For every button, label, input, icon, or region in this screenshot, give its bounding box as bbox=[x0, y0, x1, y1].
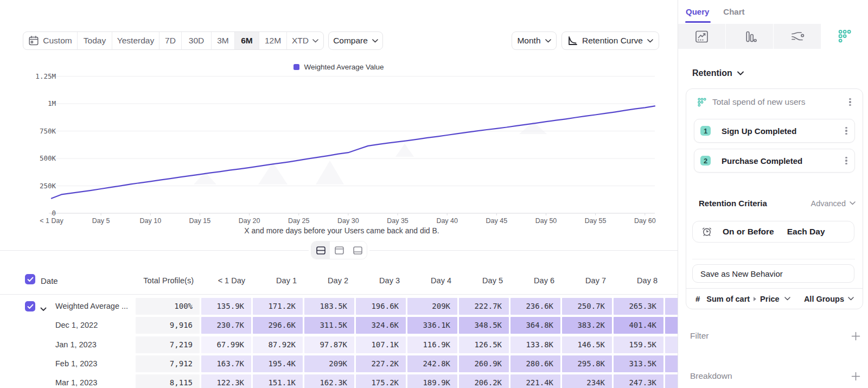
chevron-down-icon bbox=[848, 297, 854, 301]
row-date-label[interactable]: Weighted Average ... bbox=[55, 298, 128, 315]
table-row: Dec 1, 20229,916230.7K296.6K311.5K324.6K… bbox=[0, 316, 678, 335]
chevron-down-icon bbox=[737, 71, 744, 75]
retention-cell-value: 195.4K bbox=[252, 355, 296, 372]
retention-cell-value: 242.8K bbox=[406, 355, 450, 372]
timing-mode-value[interactable]: On or Before bbox=[723, 227, 774, 237]
retention-cell-value: 324.6K bbox=[355, 317, 399, 334]
column-header-day[interactable]: Day 6 bbox=[509, 276, 554, 285]
report-type-tab-bar-chart[interactable] bbox=[726, 24, 774, 49]
groups-dropdown[interactable]: All Groups bbox=[804, 295, 854, 303]
split-rows-layout-button[interactable] bbox=[311, 241, 330, 259]
x-tick-label: Day 25 bbox=[288, 217, 310, 225]
step-label: Sign Up Completed bbox=[722, 126, 843, 136]
row-date-label[interactable]: Mar 1, 2023 bbox=[55, 374, 97, 388]
add-filter-button[interactable] bbox=[851, 332, 860, 341]
step-row-sign-up[interactable]: 1 Sign Up Completed bbox=[694, 119, 855, 143]
column-header-day[interactable]: Day 2 bbox=[303, 276, 348, 285]
alarm-clock-icon bbox=[701, 226, 712, 237]
x-tick-label: Day 60 bbox=[634, 217, 656, 225]
retention-cell-value: 151.1K bbox=[252, 374, 296, 388]
row-date-label[interactable]: Jan 1, 2023 bbox=[55, 336, 97, 353]
tab-query[interactable]: Query bbox=[686, 0, 709, 23]
caret-right-icon bbox=[754, 297, 756, 301]
total-profiles-value: 7,219 bbox=[135, 336, 193, 353]
x-axis-caption: X and more days before your Users came b… bbox=[0, 226, 678, 235]
column-header-day[interactable]: Day 5 bbox=[458, 276, 503, 285]
add-breakdown-button[interactable] bbox=[851, 372, 860, 381]
column-header-day[interactable]: Day 3 bbox=[355, 276, 400, 285]
table-header: DateTotal Profile(s)< 1 DayDay 1Day 2Day… bbox=[0, 269, 678, 295]
x-tick-label: Day 40 bbox=[436, 217, 458, 225]
retention-cell-value: 171.2K bbox=[252, 298, 296, 315]
watermark-triangle bbox=[316, 161, 344, 185]
retention-cell[interactable] bbox=[665, 298, 678, 315]
retention-cell-value: 227.2K bbox=[355, 355, 399, 372]
top-panel-layout-button[interactable] bbox=[330, 241, 348, 259]
retention-cell-value: 67.99K bbox=[200, 336, 244, 353]
column-header-day[interactable]: Day 1 bbox=[252, 276, 297, 285]
filter-row: Filter bbox=[690, 331, 860, 341]
retention-section-header[interactable]: Retention bbox=[692, 68, 744, 78]
save-as-new-behavior-button[interactable]: Save as New Behavior bbox=[692, 264, 854, 283]
kebab-menu-icon[interactable] bbox=[843, 156, 850, 166]
retention-cell-value: 230.7K bbox=[200, 317, 244, 334]
kebab-menu-icon[interactable] bbox=[843, 126, 850, 136]
bottom-panel-layout-button[interactable] bbox=[348, 241, 367, 259]
retention-criteria-row: Retention Criteria Advanced bbox=[699, 199, 856, 208]
retention-cell[interactable] bbox=[665, 336, 678, 353]
total-profiles-value: 100% bbox=[135, 298, 193, 315]
row-checkbox[interactable] bbox=[25, 301, 35, 311]
column-header-date[interactable]: Date bbox=[41, 276, 58, 285]
x-tick-label: Day 20 bbox=[239, 217, 260, 225]
retention-cell-value: 383.2K bbox=[561, 317, 605, 334]
kebab-menu-icon[interactable] bbox=[846, 97, 854, 107]
expand-row-chevron-icon[interactable] bbox=[40, 304, 47, 314]
report-type-tab-insights[interactable] bbox=[678, 24, 726, 49]
row-date-label[interactable]: Dec 1, 2022 bbox=[55, 317, 98, 334]
timing-interval-value[interactable]: Each Day bbox=[787, 227, 825, 237]
split-rows-layout-icon bbox=[316, 246, 326, 255]
column-header-total[interactable]: Total Profile(s) bbox=[135, 276, 194, 285]
retention-cell-value: 260.9K bbox=[458, 355, 502, 372]
criteria-mode-dropdown[interactable]: Advanced bbox=[811, 199, 856, 208]
retention-cell-value: 234K bbox=[561, 374, 605, 388]
column-header-day[interactable]: Day 4 bbox=[406, 276, 451, 285]
report-type-tab-flows[interactable] bbox=[774, 24, 821, 49]
behavior-title: Total spend of new users bbox=[712, 97, 840, 107]
check-icon bbox=[27, 304, 34, 309]
tab-chart[interactable]: Chart bbox=[723, 0, 744, 23]
retention-cell[interactable] bbox=[665, 317, 678, 334]
x-tick-label: Day 35 bbox=[387, 217, 409, 225]
column-header-day[interactable]: Day 7 bbox=[561, 276, 606, 285]
measure-dropdown[interactable]: Sum of cart Price bbox=[706, 295, 804, 303]
column-header-day[interactable]: < 1 Day bbox=[200, 276, 245, 285]
retention-cell-value: 313.5K bbox=[612, 355, 656, 372]
retention-cell[interactable] bbox=[665, 374, 678, 388]
column-header-day[interactable]: Day 8 bbox=[612, 276, 658, 285]
numeric-property-icon: # bbox=[695, 294, 700, 303]
criteria-timing-row[interactable]: On or Before Each Day bbox=[692, 221, 854, 243]
report-type-tab-retention[interactable] bbox=[821, 24, 868, 49]
retention-cell[interactable] bbox=[665, 355, 678, 372]
insights-icon bbox=[694, 29, 709, 44]
step-number-badge: 2 bbox=[700, 156, 711, 166]
row-date-label[interactable]: Feb 1, 2023 bbox=[55, 355, 97, 372]
y-tick-label: 750K bbox=[18, 128, 56, 135]
behavior-header: Total spend of new users bbox=[698, 96, 854, 108]
retention-cell-value: 336.1K bbox=[406, 317, 450, 334]
step-row-purchase[interactable]: 2 Purchase Completed bbox=[694, 149, 855, 173]
x-tick-label: Day 55 bbox=[585, 217, 607, 225]
y-tick-label: 500K bbox=[18, 155, 56, 162]
query-sidebar: Query Chart Retention Total spend of new… bbox=[678, 0, 868, 388]
select-all-checkbox[interactable] bbox=[25, 274, 35, 284]
retention-cell-value: 159.5K bbox=[612, 336, 656, 353]
retention-cell-value: 250.7K bbox=[561, 298, 605, 315]
bottom-panel-layout-icon bbox=[353, 246, 362, 255]
retention-cell-value: 209K bbox=[303, 355, 347, 372]
retention-cell-value: 295.8K bbox=[561, 355, 605, 372]
total-profiles-value: 8,115 bbox=[135, 374, 193, 388]
y-tick-label: 1.25M bbox=[18, 73, 56, 80]
step-label: Purchase Completed bbox=[722, 156, 843, 166]
sidebar-tabs: Query Chart bbox=[686, 0, 745, 23]
report-type-icon-bar bbox=[678, 24, 868, 49]
